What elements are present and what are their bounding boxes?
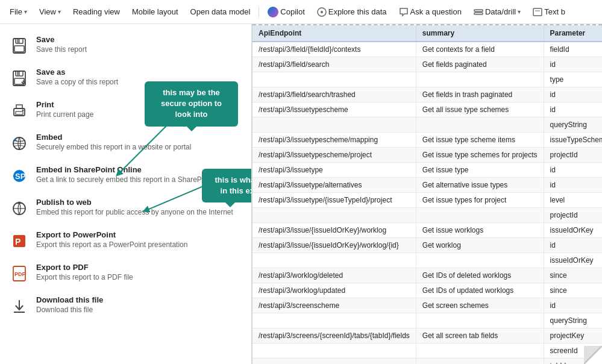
table-cell-11-1 bbox=[416, 208, 544, 223]
table-cell-9-1: Get alternative issue types bbox=[416, 178, 544, 193]
table-cell-6-0: /rest/api/3/issuetypescheme/mapping bbox=[252, 133, 416, 148]
right-panel[interactable]: ApiEndpoint summary Parameter /rest/api/… bbox=[252, 24, 602, 364]
table-cell-16-1: Get IDs of updated worklogs bbox=[416, 283, 544, 298]
svg-rect-10 bbox=[17, 39, 20, 43]
table-cell-12-1: Get issue worklogs bbox=[416, 223, 544, 238]
nav-mobile-layout-label: Mobile layout bbox=[132, 7, 178, 16]
menu-text-embed: Embed Securely embed this report in a we… bbox=[36, 133, 242, 151]
menu-item-embed[interactable]: Embed Securely embed this report in a we… bbox=[0, 127, 251, 159]
nav-reading-view[interactable]: Reading view bbox=[68, 5, 125, 19]
table-row: /rest/api/3/issuetypescheme/mappingGet i… bbox=[252, 133, 602, 148]
powerpoint-icon: P bbox=[10, 231, 29, 251]
embed-globe-icon bbox=[10, 134, 29, 153]
menu-desc-print: Print current page bbox=[36, 110, 242, 119]
right-panel-wrapper: ApiEndpoint summary Parameter /rest/api/… bbox=[252, 24, 602, 364]
nav-view-chevron: ▾ bbox=[58, 8, 61, 15]
menu-title-download: Download this file bbox=[36, 295, 242, 304]
table-cell-4-0: /rest/api/3/issuetypescheme bbox=[252, 102, 416, 118]
menu-item-export-pdf[interactable]: PDF Export to PDF Export this report to … bbox=[0, 257, 251, 289]
svg-text:P: P bbox=[15, 237, 20, 246]
table-cell-15-1: Get IDs of deleted worklogs bbox=[416, 268, 544, 283]
table-row: tabId bbox=[252, 359, 602, 365]
menu-desc-embed: Securely embed this report in a website … bbox=[36, 143, 242, 151]
svg-rect-4 bbox=[533, 8, 542, 16]
table-cell-0-1: Get contexts for a field bbox=[416, 42, 544, 57]
nav-data-drill[interactable]: Data/drill ▾ bbox=[469, 5, 525, 19]
table-cell-6-1: Get issue type scheme items bbox=[416, 133, 544, 148]
table-cell-10-1: Get issue types for project bbox=[416, 193, 544, 208]
nav-ask[interactable]: Ask a question bbox=[394, 5, 466, 19]
table-cell-3-0: /rest/api/3/field/search/trashed bbox=[252, 87, 416, 102]
menu-desc-export-pdf: Export this report to a PDF file bbox=[36, 273, 242, 281]
menu-text-embed-sharepoint: Embed in SharePoint Online Get a link to… bbox=[36, 165, 242, 184]
table-cell-17-0: /rest/api/3/screenscheme bbox=[252, 298, 416, 313]
table-cell-18-1 bbox=[416, 313, 544, 328]
table-row: queryString bbox=[252, 118, 602, 133]
menu-title-save: Save bbox=[36, 35, 242, 44]
menu-desc-export-ppt: Export this report as a PowerPoint prese… bbox=[36, 240, 242, 249]
chat-icon bbox=[399, 7, 409, 17]
table-row: /rest/api/3/worklog/updatedGet IDs of up… bbox=[252, 283, 602, 298]
data-drill-icon bbox=[474, 7, 483, 17]
table-row: type bbox=[252, 72, 602, 87]
nav-mobile-layout[interactable]: Mobile layout bbox=[127, 5, 183, 19]
save-as-disk-icon bbox=[10, 69, 29, 88]
api-table: ApiEndpoint summary Parameter /rest/api/… bbox=[252, 25, 602, 364]
menu-item-publish-web[interactable]: Publish to web Embed this report for pub… bbox=[0, 192, 251, 224]
nav-open-data-model[interactable]: Open data model bbox=[186, 5, 256, 19]
table-row: /rest/api/3/field/searchGet fields pagin… bbox=[252, 57, 602, 72]
menu-item-print[interactable]: Print Print current page bbox=[0, 94, 251, 127]
pdf-icon: PDF bbox=[10, 264, 29, 283]
table-cell-5-1 bbox=[416, 118, 544, 133]
menu-title-embed-sharepoint: Embed in SharePoint Online bbox=[36, 165, 242, 174]
nav-file[interactable]: File ▾ bbox=[5, 5, 32, 19]
menu-title-export-pdf: Export to PDF bbox=[36, 263, 242, 272]
table-cell-7-0: /rest/api/3/issuetypescheme/project bbox=[252, 148, 416, 163]
download-icon bbox=[10, 297, 29, 316]
left-menu-panel: this may be the secure option to look in… bbox=[0, 24, 252, 364]
table-cell-3-2: id bbox=[544, 87, 602, 102]
table-row: /rest/api/3/issuetypeschemeGet all issue… bbox=[252, 102, 602, 118]
table-cell-16-0: /rest/api/3/worklog/updated bbox=[252, 283, 416, 298]
nav-data-drill-chevron: ▾ bbox=[518, 8, 521, 15]
menu-text-save-as: Save as Save a copy of this report bbox=[36, 67, 242, 86]
menu-text-save: Save Save this report bbox=[36, 35, 242, 54]
table-cell-2-0 bbox=[252, 72, 416, 87]
menu-item-save[interactable]: Save Save this report bbox=[0, 29, 251, 61]
menu-title-publish-web: Publish to web bbox=[36, 198, 242, 207]
table-cell-16-2: since bbox=[544, 283, 602, 298]
menu-item-embed-sharepoint[interactable]: SP Embed in SharePoint Online Get a link… bbox=[0, 159, 251, 192]
table-cell-17-1: Get screen schemes bbox=[416, 298, 544, 313]
table-row: /rest/api/3/worklog/deletedGet IDs of de… bbox=[252, 268, 602, 283]
menu-title-print: Print bbox=[36, 100, 242, 109]
menu-desc-publish-web: Embed this report for public access by a… bbox=[36, 208, 242, 216]
svg-text:PDF: PDF bbox=[14, 271, 26, 277]
menu-item-export-ppt[interactable]: P Export to PowerPoint Export this repor… bbox=[0, 224, 251, 257]
nav-data-drill-label: Data/drill bbox=[485, 7, 516, 16]
nav-reading-view-label: Reading view bbox=[73, 7, 120, 16]
table-cell-2-2: type bbox=[544, 72, 602, 87]
nav-view[interactable]: View ▾ bbox=[34, 5, 66, 19]
nav-text[interactable]: Text b bbox=[528, 5, 570, 19]
table-row: queryString bbox=[252, 313, 602, 328]
table-cell-13-2: id bbox=[544, 238, 602, 253]
main-content: this may be the secure option to look in… bbox=[0, 24, 602, 364]
svg-point-1 bbox=[321, 11, 323, 13]
nav-open-data-model-label: Open data model bbox=[190, 7, 251, 16]
table-cell-9-0: /rest/api/3/issuetype/alternatives bbox=[252, 178, 416, 193]
table-row: /rest/api/3/issuetypescheme/projectGet i… bbox=[252, 148, 602, 163]
menu-item-save-as[interactable]: Save as Save a copy of this report bbox=[0, 61, 251, 94]
table-cell-0-0: /rest/api/3/field/{fieldId}/contexts bbox=[252, 42, 416, 57]
top-navigation: File ▾ View ▾ Reading view Mobile layout… bbox=[0, 0, 602, 24]
nav-explore[interactable]: Explore this data bbox=[312, 5, 392, 19]
table-cell-7-2: projectId bbox=[544, 148, 602, 163]
nav-copilot[interactable]: Copilot bbox=[263, 4, 309, 20]
table-cell-7-1: Get issue type schemes for projects bbox=[416, 148, 544, 163]
text-icon bbox=[533, 7, 542, 17]
nav-divider-1 bbox=[259, 6, 259, 18]
table-cell-8-1: Get issue type bbox=[416, 163, 544, 178]
table-row: /rest/api/3/issuetype/alternativesGet al… bbox=[252, 178, 602, 193]
menu-item-download[interactable]: Download this file Download this file bbox=[0, 289, 251, 322]
col-header-parameter: Parameter bbox=[544, 25, 602, 42]
table-header-row: ApiEndpoint summary Parameter bbox=[252, 25, 602, 42]
